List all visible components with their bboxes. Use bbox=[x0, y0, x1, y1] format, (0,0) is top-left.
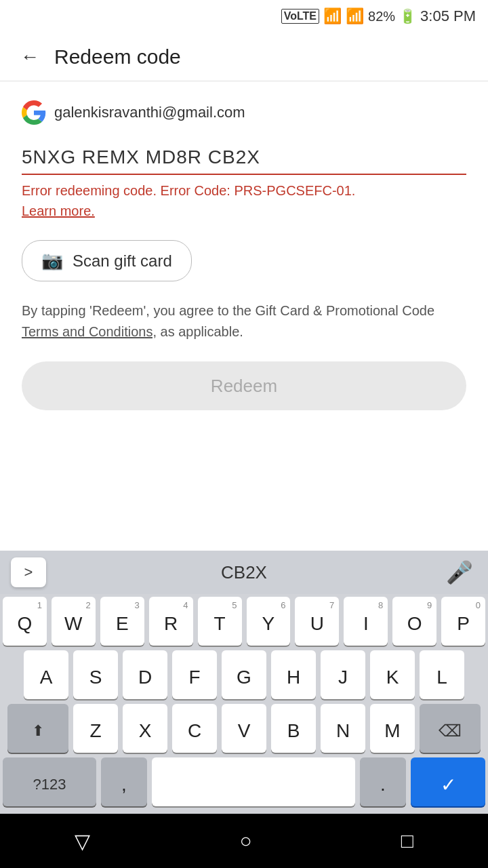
mic-icon: 🎤 bbox=[446, 559, 473, 585]
key-row-1: 1Q 2W 3E 4R 5T 6Y 7U 8I 9O 0P bbox=[3, 597, 485, 646]
key-q[interactable]: 1Q bbox=[3, 597, 47, 646]
key-enter[interactable]: ✓ bbox=[411, 757, 485, 806]
key-numbers[interactable]: ?123 bbox=[3, 757, 96, 806]
keyboard-toolbar: > CB2X 🎤 bbox=[0, 551, 488, 594]
code-input[interactable] bbox=[22, 141, 466, 175]
key-m[interactable]: M bbox=[370, 704, 415, 753]
key-o[interactable]: 9O bbox=[392, 597, 436, 646]
back-button[interactable]: ← bbox=[14, 41, 46, 73]
key-d[interactable]: D bbox=[123, 650, 167, 699]
keyboard: > CB2X 🎤 1Q 2W 3E 4R 5T 6Y 7U 8I 9O 0P A… bbox=[0, 551, 488, 814]
key-u[interactable]: 7U bbox=[295, 597, 339, 646]
account-email: galenkisravanthi@gmail.com bbox=[54, 104, 245, 121]
volte-indicator: VoLTE bbox=[281, 9, 319, 24]
key-i[interactable]: 8I bbox=[344, 597, 388, 646]
wifi-icon: 📶 bbox=[323, 7, 342, 25]
back-arrow-icon: ← bbox=[20, 46, 39, 68]
account-row: galenkisravanthi@gmail.com bbox=[22, 100, 466, 125]
terms-link[interactable]: Terms and Conditions, bbox=[22, 324, 157, 339]
redeem-button[interactable]: Redeem bbox=[22, 361, 466, 410]
nav-bar: ▽ ○ □ bbox=[0, 814, 488, 868]
key-shift[interactable]: ⬆ bbox=[7, 704, 68, 753]
key-s[interactable]: S bbox=[73, 650, 118, 699]
nav-recent-icon[interactable]: □ bbox=[401, 829, 413, 852]
key-h[interactable]: H bbox=[271, 650, 316, 699]
code-input-wrapper bbox=[22, 141, 466, 175]
signal-icon: 📶 bbox=[346, 7, 364, 25]
key-row-3: ⬆ Z X C V B N M ⌫ bbox=[3, 704, 485, 753]
key-l[interactable]: L bbox=[420, 650, 464, 699]
time-display: 3:05 PM bbox=[420, 7, 476, 25]
key-b[interactable]: B bbox=[271, 704, 316, 753]
nav-back-icon[interactable]: ▽ bbox=[75, 829, 90, 853]
key-backspace[interactable]: ⌫ bbox=[420, 704, 481, 753]
page-title: Redeem code bbox=[54, 45, 181, 68]
key-n[interactable]: N bbox=[321, 704, 365, 753]
key-space[interactable] bbox=[152, 757, 355, 806]
key-f[interactable]: F bbox=[172, 650, 217, 699]
key-c[interactable]: C bbox=[172, 704, 217, 753]
key-k[interactable]: K bbox=[370, 650, 415, 699]
header: ← Redeem code bbox=[0, 33, 488, 81]
key-x[interactable]: X bbox=[123, 704, 167, 753]
chevron-right-icon: > bbox=[24, 564, 33, 581]
key-v[interactable]: V bbox=[222, 704, 266, 753]
key-w[interactable]: 2W bbox=[52, 597, 96, 646]
battery-text: 82% bbox=[368, 9, 395, 24]
error-message: Error redeeming code. Error Code: PRS-PG… bbox=[22, 180, 466, 221]
main-content: galenkisravanthi@gmail.com Error redeemi… bbox=[0, 81, 488, 424]
error-text: Error redeeming code. Error Code: PRS-PG… bbox=[22, 183, 355, 218]
key-p[interactable]: 0P bbox=[441, 597, 485, 646]
key-e[interactable]: 3E bbox=[100, 597, 144, 646]
battery-icon: 🔋 bbox=[399, 8, 416, 24]
keyboard-mic-button[interactable]: 🎤 bbox=[442, 555, 477, 590]
key-g[interactable]: G bbox=[222, 650, 266, 699]
key-z[interactable]: Z bbox=[73, 704, 118, 753]
key-period[interactable]: . bbox=[360, 757, 406, 806]
status-icons: VoLTE 📶 📶 82% 🔋 3:05 PM bbox=[281, 7, 476, 25]
key-j[interactable]: J bbox=[321, 650, 365, 699]
key-a[interactable]: A bbox=[24, 650, 68, 699]
status-bar: VoLTE 📶 📶 82% 🔋 3:05 PM bbox=[0, 0, 488, 33]
key-t[interactable]: 5T bbox=[198, 597, 242, 646]
keyboard-rows: 1Q 2W 3E 4R 5T 6Y 7U 8I 9O 0P A S D F G … bbox=[0, 594, 488, 814]
key-comma[interactable]: , bbox=[101, 757, 147, 806]
scan-button-label: Scan gift card bbox=[73, 252, 172, 271]
scan-gift-card-button[interactable]: 📷 Scan gift card bbox=[22, 240, 192, 281]
nav-home-icon[interactable]: ○ bbox=[239, 829, 251, 852]
key-row-4: ?123 , . ✓ bbox=[3, 757, 485, 806]
key-r[interactable]: 4R bbox=[149, 597, 193, 646]
camera-icon: 📷 bbox=[41, 250, 63, 271]
key-y[interactable]: 6Y bbox=[247, 597, 291, 646]
keyboard-suggestion[interactable]: CB2X bbox=[46, 562, 442, 583]
google-logo bbox=[22, 100, 46, 125]
learn-more-link[interactable]: Learn more. bbox=[22, 203, 95, 218]
key-row-2: A S D F G H J K L bbox=[3, 650, 485, 699]
keyboard-expand-button[interactable]: > bbox=[11, 557, 46, 587]
terms-text: By tapping 'Redeem', you agree to the Gi… bbox=[22, 300, 466, 342]
